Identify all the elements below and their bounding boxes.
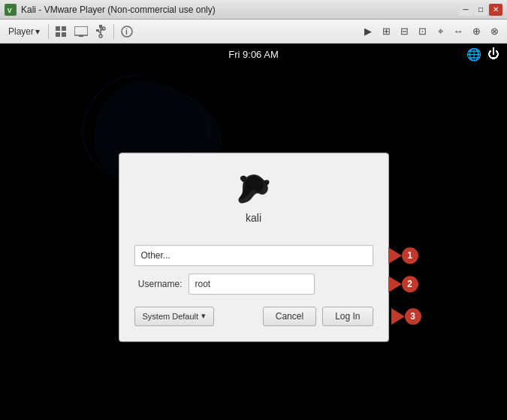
annotation-badge-2: 2 — [402, 276, 418, 292]
annotation-arrow-1 — [388, 247, 402, 264]
player-menu[interactable]: Player ▾ — [5, 25, 44, 38]
toolbar-right-icon-8[interactable]: ⊗ — [486, 23, 502, 40]
other-field-row: 1 — [134, 245, 373, 266]
toolbar-separator-1 — [48, 24, 49, 39]
toolbar-screen-icon[interactable] — [73, 23, 89, 40]
kali-logo-svg — [236, 171, 272, 207]
toolbar-right-icon-2[interactable]: ⊞ — [378, 23, 394, 40]
cancel-button[interactable]: Cancel — [263, 307, 316, 326]
svg-rect-8 — [99, 25, 102, 28]
toolbar-grid-icon[interactable] — [53, 23, 70, 40]
system-default-button[interactable]: System Default ▾ — [134, 307, 215, 326]
player-dropdown-arrow: ▾ — [35, 26, 40, 37]
close-button[interactable]: ✕ — [489, 4, 502, 16]
titlebar: V Kali - VMware Player (Non-commercial u… — [0, 0, 507, 20]
kali-datetime: Fri 9:06 AM — [228, 49, 278, 60]
svg-rect-2 — [56, 26, 60, 31]
toolbar-right-icon-1[interactable]: ▶ — [360, 23, 376, 40]
restore-button[interactable]: □ — [474, 4, 487, 16]
username-input[interactable] — [189, 273, 315, 295]
dialog-logo: kali — [134, 171, 373, 233]
toolbar-right-icon-5[interactable]: ⌖ — [432, 23, 448, 40]
toolbar-right-icon-3[interactable]: ⊟ — [396, 23, 412, 40]
app-icon: V — [5, 4, 17, 16]
other-input[interactable] — [134, 245, 373, 266]
toolbar-right-icon-7[interactable]: ⊕ — [468, 23, 484, 40]
toolbar-right: ▶ ⊞ ⊟ ⊡ ⌖ ↔ ⊕ ⊗ — [360, 23, 502, 40]
toolbar: Player ▾ i — [0, 20, 507, 44]
system-default-dropdown-arrow: ▾ — [201, 311, 206, 321]
login-button[interactable]: Log In — [322, 307, 373, 326]
svg-rect-7 — [79, 35, 83, 37]
kali-topbar-right: 🌐 ⏻ — [466, 44, 499, 65]
titlebar-controls: ─ □ ✕ — [459, 4, 502, 16]
svg-rect-6 — [74, 26, 88, 35]
login-dialog: kali 1 Username: 2 — [119, 153, 389, 342]
svg-rect-13 — [96, 29, 99, 32]
toolbar-separator-2 — [113, 24, 114, 39]
svg-text:i: i — [125, 28, 128, 36]
kali-background: Fri 9:06 AM 🌐 ⏻ kali — [0, 44, 507, 420]
minimize-button[interactable]: ─ — [459, 4, 472, 16]
player-menu-label: Player — [8, 26, 34, 37]
username-label: Username: — [134, 279, 189, 289]
annotation-arrow-3 — [391, 308, 405, 325]
toolbar-right-icon-4[interactable]: ⊡ — [414, 23, 430, 40]
svg-rect-5 — [62, 32, 66, 37]
annotation-badge-1: 1 — [402, 247, 418, 264]
toolbar-usb-icon[interactable] — [92, 23, 109, 40]
system-default-label: System Default — [143, 312, 199, 321]
svg-point-14 — [99, 35, 102, 38]
dialog-actions: Cancel Log In 3 — [263, 307, 373, 326]
kali-topbar: Fri 9:06 AM 🌐 ⏻ — [0, 44, 507, 65]
dialog-app-name: kali — [246, 212, 261, 224]
titlebar-title: Kali - VMware Player (Non-commercial use… — [21, 5, 216, 15]
toolbar-right-icon-6[interactable]: ↔ — [450, 23, 466, 40]
toolbar-info-icon[interactable]: i — [119, 23, 135, 40]
buttons-row: System Default ▾ Cancel Log In 3 — [134, 307, 373, 326]
titlebar-left: V Kali - VMware Player (Non-commercial u… — [5, 4, 216, 16]
annotation-badge-3: 3 — [405, 308, 421, 325]
vm-display[interactable]: Fri 9:06 AM 🌐 ⏻ kali — [0, 44, 507, 420]
kali-globe-icon[interactable]: 🌐 — [466, 47, 481, 62]
username-row: Username: 2 — [134, 273, 373, 295]
svg-rect-4 — [56, 32, 60, 37]
kali-power-icon[interactable]: ⏻ — [487, 47, 499, 61]
svg-rect-3 — [62, 26, 66, 31]
svg-text:V: V — [8, 6, 12, 14]
annotation-arrow-2 — [388, 276, 402, 292]
